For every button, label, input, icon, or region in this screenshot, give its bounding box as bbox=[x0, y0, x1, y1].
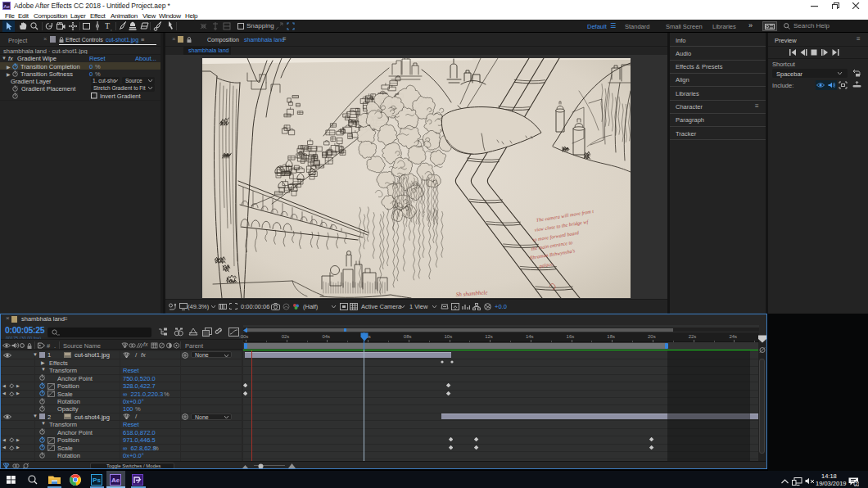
svg-text:Ps: Ps bbox=[93, 477, 101, 484]
svg-text:Ae: Ae bbox=[111, 477, 120, 484]
svg-text:Ae: Ae bbox=[3, 4, 10, 9]
svg-text:T: T bbox=[105, 21, 110, 30]
svg-text:,: , bbox=[111, 26, 112, 31]
